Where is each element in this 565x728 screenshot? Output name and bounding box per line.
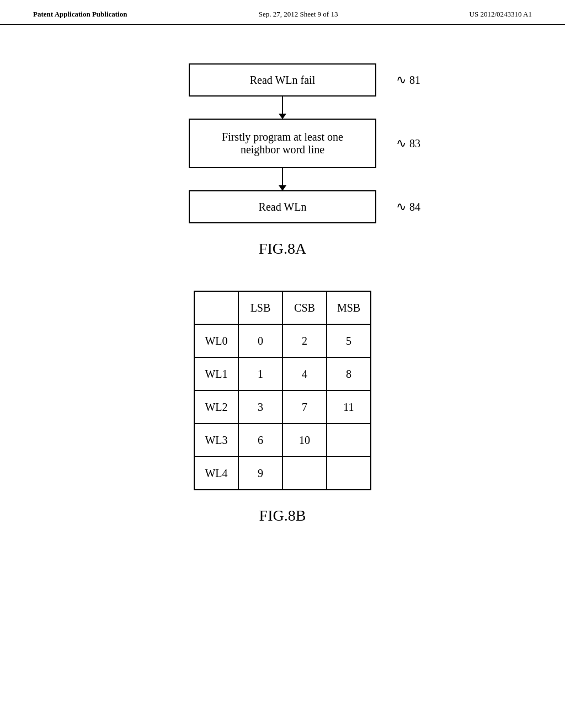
squiggle-84: ∿ — [396, 200, 406, 214]
flow-box-81: Read WLn fail — [189, 63, 376, 97]
page-header: Patent Application Publication Sep. 27, … — [0, 0, 565, 25]
flow-box-83-text: Firstly program at least one neighbor wo… — [201, 131, 364, 156]
table-cell-3-2: 10 — [282, 424, 327, 457]
fig-8a-label: FIG.8A — [259, 240, 306, 258]
publication-label: Patent Application Publication — [33, 10, 127, 19]
squiggle-81: ∿ — [396, 73, 406, 87]
label-number-84: 84 — [409, 201, 420, 213]
flow-box-84-text: Read WLn — [259, 201, 307, 213]
data-table: LSB CSB MSB WL0025WL1148WL23711WL3610WL4… — [194, 291, 371, 490]
table-cell-2-2: 7 — [282, 390, 327, 424]
flow-label-81: ∿ 81 — [396, 73, 420, 87]
table-cell-1-3: 8 — [327, 357, 371, 390]
table-cell-3-1: 6 — [238, 424, 282, 457]
table-cell-1-2: 4 — [282, 357, 327, 390]
table-cell-0-3: 5 — [327, 324, 371, 357]
table-cell-3-0: WL3 — [194, 424, 238, 457]
main-content: Read WLn fail ∿ 81 Firstly program at le… — [0, 25, 565, 558]
patent-number: US 2012/0243310 A1 — [470, 10, 532, 19]
table-header-row: LSB CSB MSB — [194, 291, 371, 324]
header-lsb: LSB — [238, 291, 282, 324]
table-cell-0-1: 0 — [238, 324, 282, 357]
table-cell-4-1: 9 — [238, 457, 282, 490]
table-row: WL1148 — [194, 357, 371, 390]
table-row: WL49 — [194, 457, 371, 490]
header-empty — [194, 291, 238, 324]
table-cell-0-0: WL0 — [194, 324, 238, 357]
date-sheet-info: Sep. 27, 2012 Sheet 9 of 13 — [259, 10, 338, 19]
table-cell-4-3 — [327, 457, 371, 490]
table-row: WL3610 — [194, 424, 371, 457]
table-cell-4-0: WL4 — [194, 457, 238, 490]
flow-arrow-2 — [282, 168, 283, 190]
table-cell-4-2 — [282, 457, 327, 490]
label-number-83: 83 — [409, 137, 420, 150]
flow-label-84: ∿ 84 — [396, 200, 420, 214]
header-csb: CSB — [282, 291, 327, 324]
flow-box-84: Read WLn — [189, 190, 376, 223]
flowchart-section: Read WLn fail ∿ 81 Firstly program at le… — [33, 63, 532, 280]
flow-box-81-text: Read WLn fail — [250, 74, 315, 87]
table-cell-2-0: WL2 — [194, 390, 238, 424]
label-number-81: 81 — [409, 74, 420, 87]
flowchart-container: Read WLn fail ∿ 81 Firstly program at le… — [150, 63, 415, 223]
table-cell-1-0: WL1 — [194, 357, 238, 390]
table-cell-2-1: 3 — [238, 390, 282, 424]
table-row: WL0025 — [194, 324, 371, 357]
flow-arrow-1 — [282, 97, 283, 119]
table-cell-1-1: 1 — [238, 357, 282, 390]
table-cell-2-3: 11 — [327, 390, 371, 424]
table-row: WL23711 — [194, 390, 371, 424]
table-cell-3-3 — [327, 424, 371, 457]
squiggle-83: ∿ — [396, 136, 406, 151]
flow-label-83: ∿ 83 — [396, 136, 420, 151]
flow-box-83: Firstly program at least one neighbor wo… — [189, 119, 376, 168]
table-section: LSB CSB MSB WL0025WL1148WL23711WL3610WL4… — [33, 291, 532, 536]
header-msb: MSB — [327, 291, 371, 324]
table-cell-0-2: 2 — [282, 324, 327, 357]
fig-8b-label: FIG.8B — [259, 507, 306, 524]
